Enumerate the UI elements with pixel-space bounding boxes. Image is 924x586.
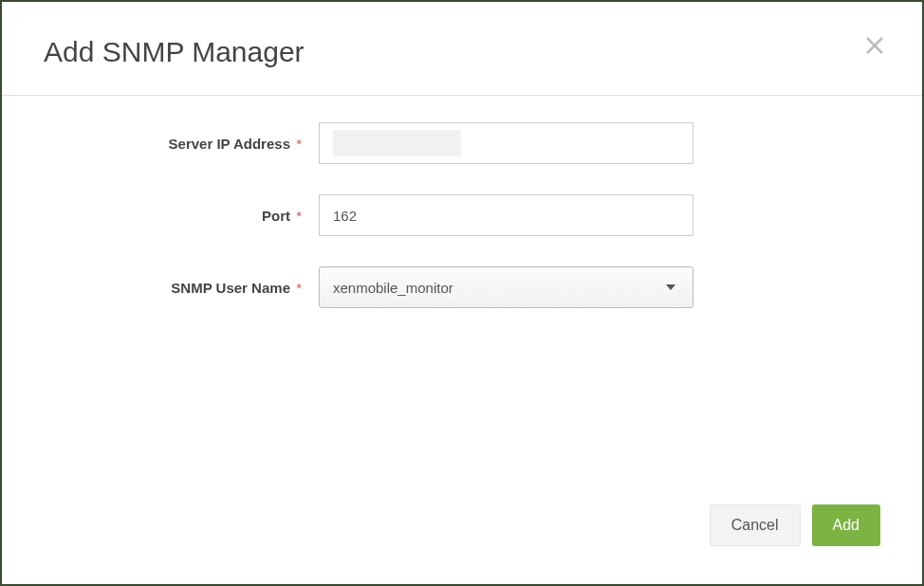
add-snmp-manager-dialog: Add SNMP Manager Server IP Address * Por… (2, 2, 922, 584)
port-input[interactable] (319, 194, 693, 236)
snmp-user-row: SNMP User Name * xenmobile_monitor (44, 266, 880, 308)
port-row: Port * (44, 194, 880, 236)
server-ip-input[interactable] (319, 122, 693, 164)
server-ip-label-text: Server IP Address (169, 136, 290, 152)
dialog-title: Add SNMP Manager (44, 36, 880, 68)
snmp-user-selected-value: xenmobile_monitor (333, 280, 453, 296)
cancel-button[interactable]: Cancel (710, 504, 801, 546)
snmp-user-label-text: SNMP User Name (171, 280, 290, 296)
dialog-footer: Cancel Add (2, 504, 922, 584)
dialog-header: Add SNMP Manager (2, 2, 922, 96)
close-icon (864, 35, 885, 56)
port-label: Port * (44, 208, 319, 224)
server-ip-redacted-value (333, 130, 461, 156)
snmp-user-label: SNMP User Name * (44, 280, 319, 296)
required-indicator: * (296, 136, 302, 152)
close-button[interactable] (861, 32, 888, 59)
chevron-down-icon (666, 284, 675, 290)
dialog-body: Server IP Address * Port * SNMP User Nam… (2, 96, 922, 504)
add-button[interactable]: Add (812, 504, 880, 546)
server-ip-row: Server IP Address * (44, 122, 880, 164)
snmp-user-select[interactable]: xenmobile_monitor (319, 266, 693, 308)
port-label-text: Port (262, 208, 290, 224)
server-ip-label: Server IP Address * (44, 136, 319, 152)
required-indicator: * (296, 280, 302, 296)
required-indicator: * (296, 208, 302, 224)
